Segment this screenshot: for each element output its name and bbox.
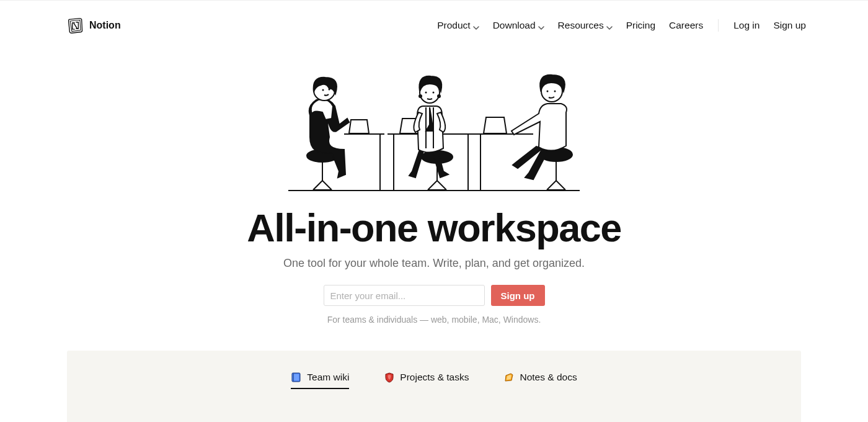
chevron-down-icon — [606, 22, 613, 29]
chevron-down-icon — [473, 22, 479, 29]
brand-name: Notion — [89, 20, 121, 31]
nav-auth: Log in Sign up — [733, 20, 806, 31]
tab-label: Team wiki — [307, 372, 349, 383]
signup-button[interactable]: Sign up — [491, 285, 545, 306]
nav-label: Product — [437, 20, 470, 31]
nav-product[interactable]: Product — [437, 20, 479, 31]
site-header: Notion Product Download Resources — [0, 1, 868, 50]
svg-line-18 — [437, 181, 446, 190]
tab-team-wiki[interactable]: Team wiki — [291, 372, 349, 389]
svg-point-23 — [433, 92, 435, 94]
nav-login[interactable]: Log in — [733, 20, 760, 31]
svg-line-32 — [556, 181, 565, 190]
nav-pricing[interactable]: Pricing — [626, 20, 655, 31]
signup-form: Sign up — [12, 285, 856, 306]
nav-label: Resources — [558, 20, 604, 31]
hero-section: All-in-one workspace One tool for your w… — [0, 69, 868, 325]
feature-tabs-section: Team wiki Projects & tasks Notes & docs — [67, 351, 801, 422]
brand[interactable]: Notion — [67, 17, 121, 34]
main-nav: Product Download Resources Pricing — [437, 19, 806, 32]
nav-resources[interactable]: Resources — [558, 20, 613, 31]
nav-download[interactable]: Download — [493, 20, 544, 31]
tab-label: Notes & docs — [520, 372, 577, 383]
email-input[interactable] — [324, 285, 485, 306]
nav-label: Sign up — [773, 20, 806, 31]
signup-subnote: For teams & individuals — web, mobile, M… — [12, 315, 856, 325]
hero-subtitle: One tool for your whole team. Write, pla… — [12, 257, 856, 270]
svg-rect-37 — [293, 374, 299, 381]
svg-line-17 — [428, 181, 437, 190]
svg-point-10 — [329, 89, 330, 91]
nav-label: Log in — [733, 20, 760, 31]
svg-point-35 — [554, 91, 556, 92]
svg-line-4 — [313, 181, 322, 190]
book-icon — [291, 372, 302, 383]
nav-label: Download — [493, 20, 536, 31]
note-icon — [503, 372, 515, 383]
nav-primary: Product Download Resources Pricing — [437, 20, 703, 31]
hero-title: All-in-one workspace — [12, 207, 856, 249]
chevron-down-icon — [538, 22, 544, 29]
svg-line-31 — [547, 181, 556, 190]
svg-point-9 — [322, 89, 324, 91]
shield-icon — [384, 372, 395, 383]
notion-logo-icon — [67, 17, 84, 34]
nav-label: Careers — [669, 20, 703, 31]
hero-illustration-icon — [288, 69, 580, 193]
tab-projects-tasks[interactable]: Projects & tasks — [384, 372, 469, 389]
nav-careers[interactable]: Careers — [669, 20, 703, 31]
svg-point-22 — [425, 92, 427, 94]
nav-signup[interactable]: Sign up — [773, 20, 806, 31]
tab-notes-docs[interactable]: Notes & docs — [503, 372, 577, 389]
nav-label: Pricing — [626, 20, 655, 31]
feature-tabs: Team wiki Projects & tasks Notes & docs — [67, 372, 801, 389]
svg-line-5 — [322, 181, 332, 190]
nav-separator — [718, 19, 719, 32]
tab-label: Projects & tasks — [400, 372, 469, 383]
svg-point-34 — [547, 91, 549, 92]
